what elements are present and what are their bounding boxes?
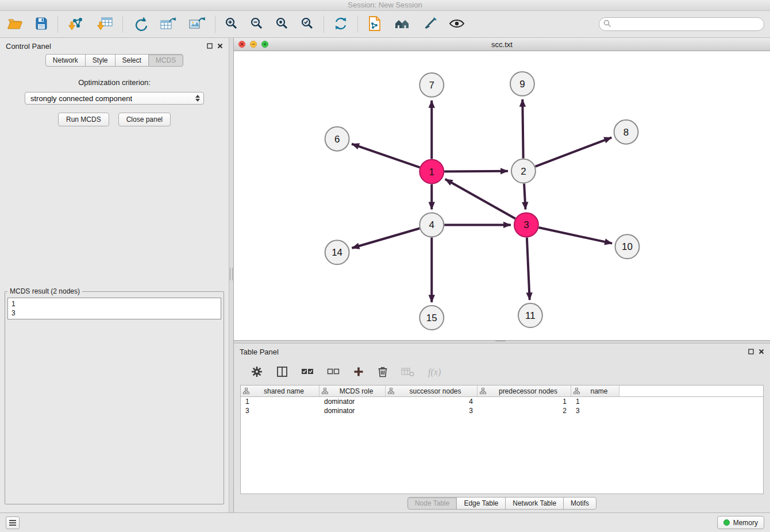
memory-button[interactable]: Memory [717,516,764,529]
delete-column-button[interactable] [376,365,389,380]
open-session-button[interactable] [6,16,24,33]
table-tab-motifs[interactable]: Motifs [563,497,596,510]
table-cell: dominator [319,398,386,406]
run-mcds-button[interactable]: Run MCDS [58,113,109,126]
import-network-button[interactable] [66,15,86,34]
column-header-shared-name[interactable]: shared name [241,385,319,396]
graph-edge-2-9[interactable] [522,99,523,159]
criterion-selected-value: strongly connected component [30,94,132,103]
close-table-panel-icon[interactable] [759,349,764,354]
paintbrush-icon [422,17,437,32]
graph-edge-2-8[interactable] [535,137,611,166]
mcds-result-list[interactable]: 1 3 [7,298,221,319]
horizontal-splitter[interactable] [234,340,770,344]
column-header-mcds-role[interactable]: MCDS role [319,385,386,396]
home-button[interactable] [392,16,412,33]
graph-node-1[interactable]: 1 [419,160,444,184]
zoom-in-button[interactable] [224,16,240,33]
select-all-button[interactable] [300,365,315,380]
export-table-button[interactable] [159,15,178,34]
import-table-icon [96,16,113,33]
add-column-button[interactable] [352,365,365,380]
minimize-window-button[interactable] [250,41,257,48]
open-folder-icon [7,17,23,32]
graph-edge-3-11[interactable] [527,237,530,300]
panel-control-button[interactable] [6,516,20,529]
function-builder-button[interactable]: f(x) [427,366,442,379]
float-table-panel-icon[interactable] [748,349,754,354]
graph-node-8[interactable]: 8 [614,120,638,144]
paint-style-button[interactable] [421,16,438,33]
new-network-button[interactable] [131,15,149,34]
save-session-button[interactable] [33,16,49,33]
refresh-button[interactable] [332,15,349,34]
table-cell: 1 [571,398,619,406]
graph-node-3[interactable]: 3 [514,213,538,237]
network-graph[interactable]: 7968124314101511 [234,51,770,340]
graph-edge-1-6[interactable] [352,144,419,168]
tab-select[interactable]: Select [115,54,149,67]
table-tab-edge-table[interactable]: Edge Table [456,497,506,510]
svg-text:2: 2 [521,166,526,177]
graph-edge-1-2[interactable] [444,171,508,172]
document-network-icon [367,16,382,33]
network-view-titlebar[interactable]: scc.txt [234,38,770,51]
zoom-selected-button[interactable] [299,16,315,33]
zoom-selected-icon [301,17,314,32]
new-network-from-selection-button[interactable] [366,14,383,34]
column-header-predecessor-nodes[interactable]: predecessor nodes [478,385,571,396]
export-image-button[interactable] [187,15,207,34]
svg-text:8: 8 [623,127,629,138]
graph-node-9[interactable]: 9 [510,72,534,96]
table-tab-network-table[interactable]: Network Table [505,497,564,510]
graph-node-7[interactable]: 7 [419,73,444,97]
close-window-button[interactable] [238,41,245,48]
svg-text:1: 1 [429,167,434,178]
show-hide-button[interactable] [448,17,466,32]
graph-node-15[interactable]: 15 [419,306,444,330]
graph-edge-4-14[interactable] [352,229,419,248]
graph-node-14[interactable]: 14 [325,240,349,264]
show-columns-button[interactable] [275,365,289,380]
column-header-name[interactable]: name [571,385,619,396]
zoom-out-button[interactable] [249,16,265,33]
graph-node-6[interactable]: 6 [325,127,349,151]
new-network-icon [132,16,148,33]
window-titlebar: Session: New Session [0,0,770,11]
graph-edge-3-10[interactable] [538,228,612,244]
graph-node-11[interactable]: 11 [518,303,542,327]
zoom-fit-button[interactable] [274,16,290,33]
zoom-fit-icon [275,17,289,32]
vertical-splitter[interactable] [229,38,234,512]
refresh-icon [333,16,348,33]
tab-network[interactable]: Network [45,54,86,67]
optimization-criterion-select[interactable]: strongly connected component [25,92,204,105]
network-canvas[interactable]: 7968124314101511 [234,51,770,340]
close-panel-icon[interactable] [217,43,223,49]
float-panel-icon[interactable] [207,43,213,49]
tab-style[interactable]: Style [85,54,116,67]
graph-edge-3-1[interactable] [445,179,515,219]
table-panel-header: Table Panel [234,344,770,360]
toolbar-separator [324,16,324,33]
toolbar-search-input[interactable] [599,17,764,31]
import-table-button[interactable] [95,15,114,34]
table-cell: 4 [386,398,478,406]
column-header-successor-nodes[interactable]: successor nodes [386,385,478,396]
table-row[interactable]: 3dominator323 [241,406,763,415]
table-tab-node-table[interactable]: Node Table [407,497,457,510]
maximize-window-button[interactable] [261,41,268,48]
graph-edge-2-3[interactable] [524,184,525,210]
graph-node-10[interactable]: 10 [615,234,640,259]
window-title: Session: New Session [348,1,422,9]
graph-node-4[interactable]: 4 [419,213,444,237]
tab-mcds[interactable]: MCDS [148,54,183,67]
deselect-all-button[interactable] [326,365,341,380]
table-settings-button[interactable] [249,364,264,381]
save-disk-icon [34,17,48,32]
table-body[interactable]: 1dominator4113dominator323 [241,397,763,494]
close-panel-button[interactable]: Close panel [118,113,171,126]
graph-node-2[interactable]: 2 [511,159,536,183]
table-row[interactable]: 1dominator411 [241,397,763,406]
delete-table-button[interactable] [400,365,416,380]
